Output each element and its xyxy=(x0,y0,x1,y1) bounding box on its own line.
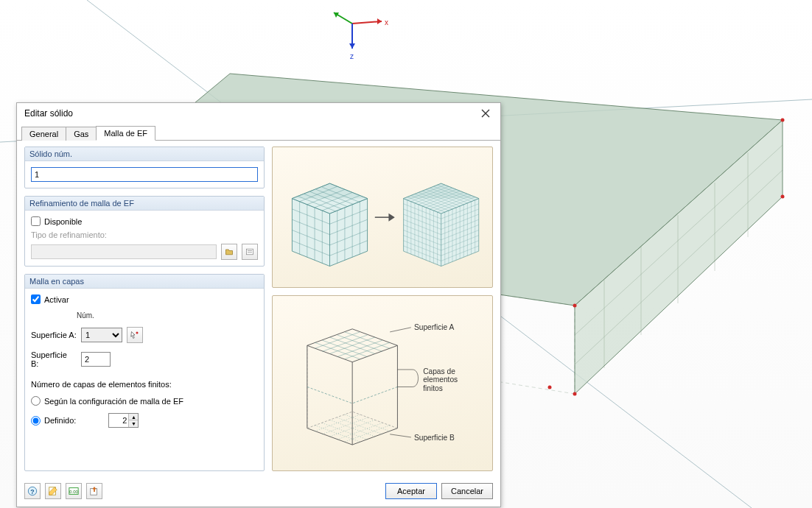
help-button[interactable]: ? xyxy=(24,483,41,499)
activate-checkbox[interactable]: Activar xyxy=(31,294,258,304)
num-column-label: Núm. xyxy=(77,311,258,320)
svg-text:?: ? xyxy=(30,488,34,495)
defined-spinner[interactable]: ▲ ▼ xyxy=(108,413,139,428)
pick-button[interactable] xyxy=(86,483,102,499)
illustration-layers: Superficie A Capas de elementos finitos … xyxy=(272,295,493,471)
svg-point-15 xyxy=(781,119,785,122)
surface-a-label: Superficie A: xyxy=(31,331,77,339)
tab-general[interactable]: General xyxy=(21,127,66,141)
group-header: Sólido núm. xyxy=(25,147,264,161)
tab-mesh[interactable]: Malla de EF xyxy=(96,126,155,141)
radio-config[interactable]: Según la configuración de malla de EF xyxy=(31,396,258,406)
group-solid-number: Sólido núm. xyxy=(24,147,265,188)
pick-surface-button[interactable] xyxy=(127,327,143,343)
svg-point-18 xyxy=(573,392,577,396)
cancel-button[interactable]: Cancelar xyxy=(441,483,493,499)
dialog-footer: ? 0.00 Aceptar Cancelar xyxy=(17,479,500,507)
units-button[interactable]: 0.00 xyxy=(66,483,82,499)
svg-marker-56 xyxy=(389,214,393,220)
group-layers: Malla en capas Activar Núm. Superficie A… xyxy=(24,274,265,471)
svg-marker-21 xyxy=(377,18,382,24)
svg-point-27 xyxy=(136,332,139,334)
illus-layers-3: finitos xyxy=(423,384,443,392)
group-header: Refinamiento de malla de EF xyxy=(25,197,264,211)
axis-x-label: x xyxy=(385,18,388,27)
radio-defined[interactable]: Definido: xyxy=(31,416,76,426)
illus-layers-1: Capas de xyxy=(423,367,455,375)
open-button[interactable] xyxy=(221,244,237,260)
edit-note-button[interactable] xyxy=(45,483,61,499)
illus-surfA: Superficie A xyxy=(414,323,455,331)
defined-value[interactable] xyxy=(109,416,128,425)
library-button[interactable] xyxy=(242,244,258,260)
illustration-refinement xyxy=(272,147,493,288)
edit-solid-dialog: Editar sólido General Gas Malla de EF Só… xyxy=(16,102,501,507)
svg-point-19 xyxy=(548,386,552,389)
nlayers-label: Número de capas de elementos finitos: xyxy=(31,380,258,389)
tab-gas[interactable]: Gas xyxy=(66,127,97,141)
surface-b-input xyxy=(81,352,111,367)
svg-point-17 xyxy=(573,304,577,308)
surface-b-label: Superficie B: xyxy=(31,350,77,368)
surface-a-select[interactable]: 1 xyxy=(81,328,122,342)
illus-layers-2: elementos xyxy=(423,376,458,384)
close-button[interactable] xyxy=(477,106,494,121)
axis-z-label: z xyxy=(350,52,354,60)
group-header: Malla en capas xyxy=(25,275,264,289)
activate-label: Activar xyxy=(44,295,69,304)
svg-line-137 xyxy=(390,328,411,332)
dialog-title: Editar sólido xyxy=(24,108,73,119)
spinner-down[interactable]: ▼ xyxy=(129,420,138,427)
svg-line-138 xyxy=(390,434,411,437)
group-refinement: Refinamiento de malla de EF Disponible T… xyxy=(24,196,265,267)
tabs: General Gas Malla de EF xyxy=(17,125,500,140)
illus-surfB: Superficie B xyxy=(414,434,455,442)
svg-marker-25 xyxy=(349,43,355,49)
available-checkbox[interactable]: Disponible xyxy=(31,216,258,226)
solid-number-input[interactable] xyxy=(31,167,258,182)
tab-panel-mesh: Sólido núm. Refinamiento de malla de EF … xyxy=(17,140,500,479)
svg-point-16 xyxy=(781,195,785,199)
refinement-type-select xyxy=(31,244,217,259)
dialog-titlebar[interactable]: Editar sólido xyxy=(17,103,500,124)
svg-text:0.00: 0.00 xyxy=(69,489,78,494)
accept-button[interactable]: Aceptar xyxy=(385,483,437,499)
spinner-up[interactable]: ▲ xyxy=(129,414,138,420)
available-label: Disponible xyxy=(44,217,82,226)
svg-rect-26 xyxy=(247,249,253,255)
refinement-type-label: Tipo de refinamiento: xyxy=(31,230,258,239)
